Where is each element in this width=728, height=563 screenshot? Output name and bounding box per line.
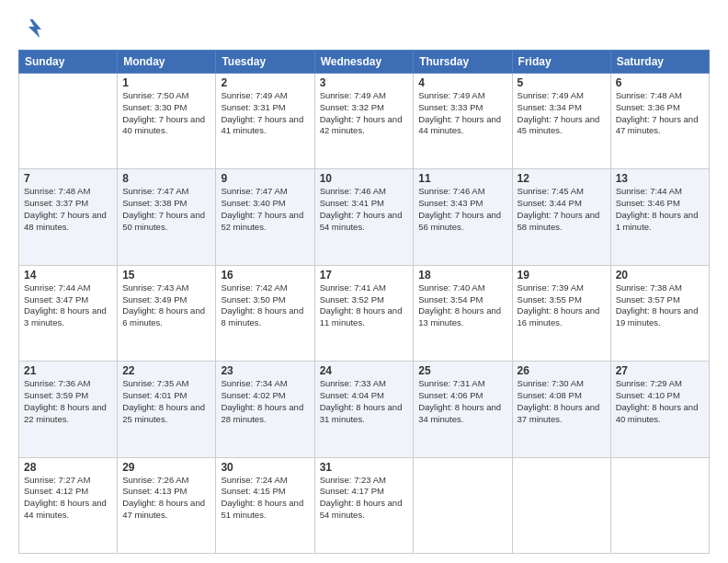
day-number: 13 [616,172,704,185]
day-info: Sunrise: 7:49 AM Sunset: 3:32 PM Dayligh… [320,90,409,137]
day-info: Sunrise: 7:44 AM Sunset: 3:47 PM Dayligh… [24,282,112,329]
calendar-cell: 3Sunrise: 7:49 AM Sunset: 3:32 PM Daylig… [314,74,414,169]
day-number: 4 [418,76,506,89]
calendar-cell: 1Sunrise: 7:50 AM Sunset: 3:30 PM Daylig… [118,74,216,169]
day-number: 20 [616,269,704,282]
day-info: Sunrise: 7:46 AM Sunset: 3:41 PM Dayligh… [320,186,409,233]
calendar-cell: 5Sunrise: 7:49 AM Sunset: 3:34 PM Daylig… [512,74,610,169]
day-info: Sunrise: 7:38 AM Sunset: 3:57 PM Dayligh… [616,282,704,329]
calendar-cell: 15Sunrise: 7:43 AM Sunset: 3:49 PM Dayli… [118,265,216,361]
day-number: 1 [122,76,210,89]
day-number: 5 [518,76,606,89]
day-number: 10 [320,172,409,185]
day-info: Sunrise: 7:35 AM Sunset: 4:01 PM Dayligh… [122,378,210,425]
calendar-cell: 6Sunrise: 7:48 AM Sunset: 3:36 PM Daylig… [610,74,709,169]
weekday-header-row: SundayMondayTuesdayWednesdayThursdayFrid… [19,51,710,74]
weekday-header-tuesday: Tuesday [216,51,314,74]
day-number: 18 [418,269,506,282]
day-info: Sunrise: 7:42 AM Sunset: 3:50 PM Dayligh… [221,282,309,329]
calendar-cell: 28Sunrise: 7:27 AM Sunset: 4:12 PM Dayli… [19,457,118,553]
header [18,17,710,42]
weekday-header-saturday: Saturday [610,51,709,74]
calendar-week-row: 28Sunrise: 7:27 AM Sunset: 4:12 PM Dayli… [19,457,710,553]
day-number: 6 [616,76,704,89]
day-info: Sunrise: 7:30 AM Sunset: 4:08 PM Dayligh… [518,378,606,425]
day-number: 7 [24,172,112,185]
day-info: Sunrise: 7:26 AM Sunset: 4:13 PM Dayligh… [122,475,210,522]
day-number: 14 [24,269,112,282]
day-number: 2 [221,76,309,89]
day-number: 27 [616,364,704,377]
weekday-header-monday: Monday [118,51,216,74]
day-info: Sunrise: 7:43 AM Sunset: 3:49 PM Dayligh… [122,282,210,329]
day-info: Sunrise: 7:46 AM Sunset: 3:43 PM Dayligh… [418,186,506,233]
calendar-cell [610,457,709,553]
day-number: 17 [320,269,409,282]
calendar-week-row: 1Sunrise: 7:50 AM Sunset: 3:30 PM Daylig… [19,74,710,169]
calendar-cell: 11Sunrise: 7:46 AM Sunset: 3:43 PM Dayli… [414,169,512,265]
calendar-cell: 13Sunrise: 7:44 AM Sunset: 3:46 PM Dayli… [610,169,709,265]
calendar-cell: 29Sunrise: 7:26 AM Sunset: 4:13 PM Dayli… [118,457,216,553]
calendar-cell: 20Sunrise: 7:38 AM Sunset: 3:57 PM Dayli… [610,265,709,361]
calendar-week-row: 21Sunrise: 7:36 AM Sunset: 3:59 PM Dayli… [19,362,710,457]
weekday-header-sunday: Sunday [19,51,118,74]
calendar-cell: 25Sunrise: 7:31 AM Sunset: 4:06 PM Dayli… [414,362,512,457]
day-info: Sunrise: 7:39 AM Sunset: 3:55 PM Dayligh… [518,282,606,329]
calendar-cell: 27Sunrise: 7:29 AM Sunset: 4:10 PM Dayli… [610,362,709,457]
calendar-week-row: 14Sunrise: 7:44 AM Sunset: 3:47 PM Dayli… [19,265,710,361]
calendar-cell [512,457,610,553]
day-number: 15 [122,269,210,282]
calendar-cell: 24Sunrise: 7:33 AM Sunset: 4:04 PM Dayli… [314,362,414,457]
day-info: Sunrise: 7:47 AM Sunset: 3:40 PM Dayligh… [221,186,309,233]
calendar-cell: 7Sunrise: 7:48 AM Sunset: 3:37 PM Daylig… [19,169,118,265]
day-number: 25 [418,364,506,377]
weekday-header-wednesday: Wednesday [314,51,414,74]
day-info: Sunrise: 7:31 AM Sunset: 4:06 PM Dayligh… [418,378,506,425]
calendar-cell [414,457,512,553]
day-info: Sunrise: 7:48 AM Sunset: 3:37 PM Dayligh… [24,186,112,233]
day-number: 11 [418,172,506,185]
calendar-cell: 4Sunrise: 7:49 AM Sunset: 3:33 PM Daylig… [414,74,512,169]
day-info: Sunrise: 7:41 AM Sunset: 3:52 PM Dayligh… [320,282,409,329]
day-number: 30 [221,461,309,474]
day-info: Sunrise: 7:48 AM Sunset: 3:36 PM Dayligh… [616,90,704,137]
day-number: 26 [518,364,606,377]
logo-icon [18,17,44,42]
page: SundayMondayTuesdayWednesdayThursdayFrid… [0,0,728,563]
day-info: Sunrise: 7:27 AM Sunset: 4:12 PM Dayligh… [24,475,112,522]
day-info: Sunrise: 7:40 AM Sunset: 3:54 PM Dayligh… [418,282,506,329]
calendar-cell [19,74,118,169]
calendar-cell: 14Sunrise: 7:44 AM Sunset: 3:47 PM Dayli… [19,265,118,361]
day-info: Sunrise: 7:34 AM Sunset: 4:02 PM Dayligh… [221,378,309,425]
day-info: Sunrise: 7:49 AM Sunset: 3:33 PM Dayligh… [418,90,506,137]
day-number: 19 [518,269,606,282]
calendar-cell: 19Sunrise: 7:39 AM Sunset: 3:55 PM Dayli… [512,265,610,361]
calendar-cell: 8Sunrise: 7:47 AM Sunset: 3:38 PM Daylig… [118,169,216,265]
calendar-cell: 18Sunrise: 7:40 AM Sunset: 3:54 PM Dayli… [414,265,512,361]
calendar-cell: 10Sunrise: 7:46 AM Sunset: 3:41 PM Dayli… [314,169,414,265]
calendar-table: SundayMondayTuesdayWednesdayThursdayFrid… [18,50,710,554]
calendar-cell: 12Sunrise: 7:45 AM Sunset: 3:44 PM Dayli… [512,169,610,265]
calendar-cell: 22Sunrise: 7:35 AM Sunset: 4:01 PM Dayli… [118,362,216,457]
calendar-cell: 23Sunrise: 7:34 AM Sunset: 4:02 PM Dayli… [216,362,314,457]
day-number: 24 [320,364,409,377]
day-info: Sunrise: 7:36 AM Sunset: 3:59 PM Dayligh… [24,378,112,425]
day-info: Sunrise: 7:23 AM Sunset: 4:17 PM Dayligh… [320,475,409,522]
calendar-cell: 26Sunrise: 7:30 AM Sunset: 4:08 PM Dayli… [512,362,610,457]
calendar-cell: 17Sunrise: 7:41 AM Sunset: 3:52 PM Dayli… [314,265,414,361]
day-info: Sunrise: 7:45 AM Sunset: 3:44 PM Dayligh… [518,186,606,233]
svg-marker-0 [28,19,41,38]
calendar-cell: 31Sunrise: 7:23 AM Sunset: 4:17 PM Dayli… [314,457,414,553]
day-info: Sunrise: 7:29 AM Sunset: 4:10 PM Dayligh… [616,378,704,425]
calendar-cell: 30Sunrise: 7:24 AM Sunset: 4:15 PM Dayli… [216,457,314,553]
calendar-cell: 16Sunrise: 7:42 AM Sunset: 3:50 PM Dayli… [216,265,314,361]
calendar-cell: 2Sunrise: 7:49 AM Sunset: 3:31 PM Daylig… [216,74,314,169]
day-info: Sunrise: 7:50 AM Sunset: 3:30 PM Dayligh… [122,90,210,137]
day-info: Sunrise: 7:49 AM Sunset: 3:31 PM Dayligh… [221,90,309,137]
day-info: Sunrise: 7:44 AM Sunset: 3:46 PM Dayligh… [616,186,704,233]
day-info: Sunrise: 7:49 AM Sunset: 3:34 PM Dayligh… [518,90,606,137]
day-number: 8 [122,172,210,185]
day-number: 21 [24,364,112,377]
day-number: 31 [320,461,409,474]
day-number: 28 [24,461,112,474]
